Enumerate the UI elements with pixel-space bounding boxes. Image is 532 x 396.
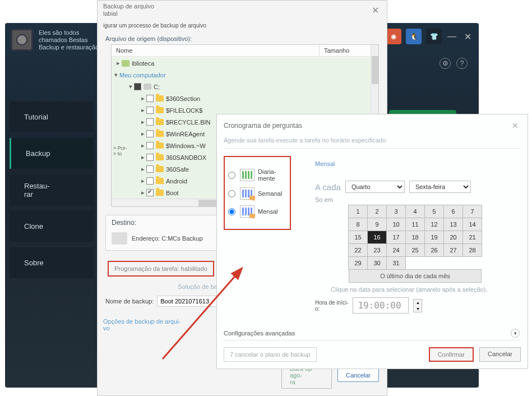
folder-icon [156,95,164,102]
calendar-day[interactable]: 15 [348,231,368,244]
cancel-plan-button[interactable]: 7 cancelar o plano de backup [224,347,317,362]
calendar-day[interactable]: 20 [443,231,463,244]
close-icon[interactable]: ✕ [369,3,381,18]
folder-checkbox[interactable] [146,142,154,149]
folder-icon [156,119,164,125]
cancel-button[interactable]: Cancelar [337,369,379,382]
node-drive[interactable]: C: [154,84,160,90]
minimize-button[interactable]: — [446,31,457,42]
sidebar-item-backup[interactable]: Backup [10,138,94,169]
calendar-day[interactable]: 30 [367,256,387,270]
radio-weekly[interactable] [228,190,235,197]
schedule-status[interactable]: Programação da tarefa: habilitado [108,261,214,277]
calendar-day[interactable]: 1 [348,205,368,218]
folder-checkbox[interactable] [146,130,154,137]
calendar-day[interactable]: 28 [462,243,482,257]
calendar-daily-icon [240,169,255,181]
folder-name: $FILELOCK$ [166,107,202,114]
calendar-day[interactable]: 26 [424,243,444,257]
dialog-subtitle: igurar um processo de backup de arquivo [98,20,387,33]
folder-checkbox[interactable] [146,154,154,161]
calendar-day[interactable]: 17 [386,231,406,244]
calendar-day[interactable]: 19 [424,231,444,244]
calendar-day[interactable]: 25 [405,243,425,257]
destination-path[interactable]: Endereço: C:MCs Backup [132,235,203,242]
folder-name: 360Safe [166,166,189,173]
gear-icon[interactable]: ⚙ [440,58,451,69]
calendar-day[interactable]: 8 [348,218,368,231]
tree-folder-row[interactable]: ▸$360Section [112,93,371,104]
advanced-label: Configurações avançadas [224,330,295,337]
close-icon[interactable]: ✕ [510,119,521,132]
radio-monthly[interactable] [228,208,235,215]
help-icon[interactable]: ? [456,58,468,69]
calendar-day[interactable]: 31 [386,256,406,270]
options-link[interactable]: Opções de backup de arqui- vo [103,318,193,331]
sidebar-item-tutorial[interactable]: Tutorial [10,102,94,132]
calendar-day[interactable]: 4 [405,205,425,218]
radio-daily[interactable] [228,172,235,179]
monthly-heading: Mensal [315,160,520,167]
chevron-down-icon[interactable]: ▾ [511,329,520,338]
calendar-day[interactable]: 7 [462,205,482,218]
calendar-day[interactable]: 21 [462,231,482,244]
select-weekday[interactable]: Sexta-feira [409,181,471,193]
start-time-label: Hora de iníci- o: [315,300,348,312]
calendar-day[interactable]: 29 [348,256,368,270]
advanced-row[interactable]: Configurações avançadas ▾ [224,329,520,340]
folder-name: Boot [166,190,179,196]
time-stepper[interactable]: ▲▼ [413,299,422,312]
theme-icon[interactable]: 👕 [426,29,442,44]
share-icon[interactable]: ◉ [386,29,401,44]
folder-icon [156,107,164,113]
calendar-day[interactable]: 18 [405,231,425,244]
calendar-day[interactable]: 24 [386,243,406,257]
schedule-bottom: 7 cancelar o plano de backup Confirmar C… [224,347,521,362]
last-day-button[interactable]: O último dia de cada mês [349,269,482,283]
sidebar-item-restore[interactable]: Restau- rar [10,174,94,205]
calendar-day[interactable]: 12 [424,218,444,231]
calendar-day[interactable]: 14 [462,218,482,231]
folder-name: $RECYCLE.BIN [166,119,210,126]
node-mycomputer[interactable]: Meu computador [119,72,166,79]
confirm-button[interactable]: Confirmar [429,347,474,362]
close-button[interactable]: ✕ [462,31,473,42]
calendar-day[interactable]: 23 [367,243,387,257]
calendar-day[interactable]: 22 [348,243,368,257]
cancel-button[interactable]: Cancelar [479,347,521,362]
source-label: Arquivo de origem (dispositivo): [98,33,387,44]
folder-checkbox[interactable] [146,177,154,185]
calendar-day[interactable]: 6 [443,205,463,218]
calendar-day[interactable]: 13 [443,218,463,231]
start-time-input[interactable] [353,297,409,314]
titlebar-icons: ◉ 🐧 👕 — ✕ [386,29,473,44]
calendar-day[interactable]: 9 [367,218,387,231]
folder-name: $360Section [166,95,200,102]
each-label: A cada [315,182,341,192]
folder-checkbox[interactable] [146,107,154,114]
label-daily: Diaria- mente [258,168,276,182]
calendar-day[interactable]: 2 [367,205,387,218]
sidebar-item-about[interactable]: Sobre [10,247,94,278]
calendar-day[interactable]: 11 [405,218,425,231]
app-title: Eles são todos chamados Bestas Backup e … [39,29,99,51]
calendar-grid: 1234567891011121314151617181920212223242… [349,205,520,270]
node-library[interactable]: iblioteca [132,60,154,67]
folder-checkbox[interactable] [146,95,154,102]
calendar-day[interactable]: 16 [367,231,387,244]
drive-checkbox[interactable] [134,83,141,90]
col-name: Nome [112,45,320,56]
qq-icon[interactable]: 🐧 [406,29,422,44]
select-week[interactable]: Quarto [345,181,405,193]
calendar-hint: Clique na data para selecionar (amarelo … [331,286,520,293]
folder-checkbox[interactable] [146,118,154,126]
folder-checkbox[interactable] [146,189,154,196]
calendar-day[interactable]: 3 [386,205,406,218]
calendar-day[interactable]: 10 [386,218,406,231]
sidebar-item-clone[interactable]: Clone [10,211,94,242]
calendar-day[interactable]: 5 [424,205,444,218]
label-monthly: Mensal [258,208,277,215]
folder-checkbox[interactable] [146,165,154,173]
calendar-day[interactable]: 27 [443,243,463,257]
dialog-title: Backup de arquivo labial [103,3,154,17]
